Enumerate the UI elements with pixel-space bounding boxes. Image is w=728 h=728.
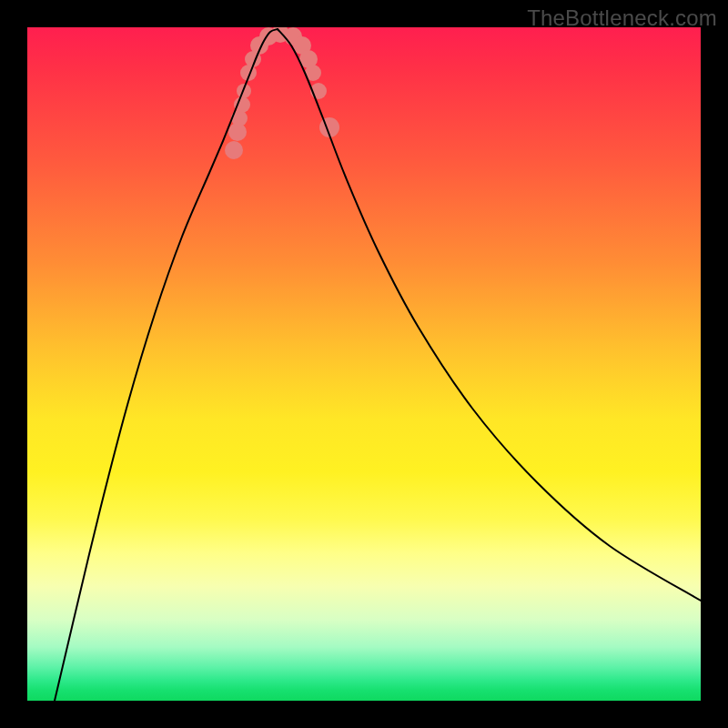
chart-svg — [27, 27, 701, 701]
data-marker — [234, 96, 250, 113]
chart-frame: TheBottleneck.com — [0, 0, 728, 728]
right-curve — [278, 29, 701, 601]
plot-area — [27, 27, 701, 701]
data-marker — [225, 141, 243, 159]
